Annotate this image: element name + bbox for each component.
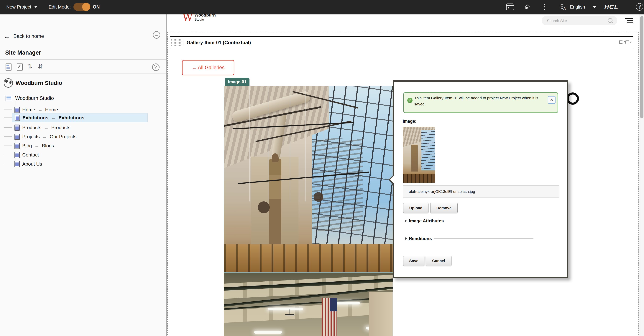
- cancel-button[interactable]: Cancel: [426, 256, 452, 266]
- main-content: W Woodburn Studio Gallery-Item-01 (Conte…: [167, 14, 644, 336]
- image-edit-dialog: ✓ This item Gallery-Item-01 will be adde…: [393, 80, 568, 278]
- project-caret-icon[interactable]: [34, 6, 38, 8]
- content-composer-icon[interactable]: [506, 0, 514, 14]
- site-name: Woodburn Studio: [16, 80, 62, 86]
- page-icon: [14, 143, 20, 149]
- tree-item-label: Exhibitions: [22, 115, 48, 121]
- tree-item-projects[interactable]: Projects ← Our Projects: [12, 132, 76, 141]
- image-element-tag[interactable]: Image-01: [225, 78, 250, 86]
- tree-item-blog[interactable]: Blog ← Blogs: [12, 141, 54, 150]
- home-icon[interactable]: [523, 0, 532, 14]
- page-icon: [15, 115, 20, 121]
- collapsed-triangle-icon: [405, 219, 407, 223]
- site-manager-panel: ← Back to home ← Site Manager ⇅ ⇵ Woodbu…: [0, 14, 167, 336]
- back-to-home-button[interactable]: ← Back to home: [4, 33, 44, 39]
- settings-palette-icon[interactable]: [152, 64, 160, 71]
- tree-item-target: Exhibitions: [58, 115, 84, 121]
- close-message-button[interactable]: ✕: [548, 96, 556, 104]
- site-globe-icon: [4, 78, 13, 88]
- translate-icon[interactable]: xA: [558, 0, 568, 14]
- tree-root-label: Woodburn Studio: [15, 95, 54, 101]
- tree-item-label: About Us: [22, 161, 42, 167]
- gallery-photo-warehouse[interactable]: [224, 273, 393, 336]
- component-display-icon[interactable]: [626, 41, 632, 44]
- new-page-icon[interactable]: [6, 64, 12, 71]
- root-page-icon: [6, 96, 12, 101]
- info-icon[interactable]: i: [635, 0, 644, 14]
- tree-item-label: Blog: [22, 143, 32, 149]
- component-header-divider: [170, 49, 633, 49]
- top-toolbar: New Project Edit Mode: ON xA English HCL…: [0, 0, 644, 14]
- language-selector[interactable]: English: [570, 0, 585, 14]
- tree-item-target: Home: [45, 107, 58, 113]
- section-rule: [446, 221, 531, 221]
- scrollbar-thumb[interactable]: [640, 16, 644, 118]
- image-field-label: Image:: [403, 119, 416, 124]
- home-glyph: [524, 4, 531, 10]
- tree-item-label: Home: [22, 107, 35, 113]
- remove-button[interactable]: Remove: [430, 203, 458, 213]
- back-arrow-icon: ←: [4, 33, 10, 39]
- save-button[interactable]: Save: [403, 256, 424, 266]
- edit-page-icon[interactable]: [17, 64, 23, 71]
- tree-item-exhibitions[interactable]: Exhibitions ← Exhibitions: [12, 113, 148, 122]
- component-top-border: [170, 36, 633, 37]
- more-options-icon[interactable]: [542, 0, 548, 14]
- gallery-photo-industrial-interior[interactable]: [224, 86, 394, 272]
- collapse-panel-icon[interactable]: ←: [153, 31, 160, 39]
- component-drag-handle[interactable]: [171, 39, 183, 46]
- mapping-arrow-icon: ←: [34, 143, 39, 149]
- edit-mode-label: Edit Mode:: [48, 0, 71, 14]
- mapping-arrow-icon: ←: [44, 125, 49, 131]
- page-behind-ring-glyph: [567, 93, 579, 105]
- toggle-knob: [82, 3, 90, 11]
- component-title: Gallery-Item-01 (Contextual): [186, 40, 251, 46]
- expand-tree-icon[interactable]: ⇅: [28, 62, 32, 71]
- search-icon[interactable]: [608, 18, 612, 23]
- tree-item-label: Products: [22, 125, 41, 131]
- divider: [0, 59, 166, 60]
- site-search: [542, 16, 617, 25]
- page-icon: [14, 107, 20, 113]
- project-selector[interactable]: New Project: [6, 0, 31, 14]
- tree-root-node[interactable]: Woodburn Studio: [6, 95, 54, 101]
- image-thumbnail[interactable]: [403, 127, 435, 183]
- tree-item-about-us[interactable]: About Us: [12, 160, 42, 168]
- collapse-tree-icon[interactable]: ⇵: [38, 62, 43, 71]
- site-menu-icon[interactable]: [625, 18, 633, 23]
- page-icon: [14, 134, 20, 140]
- all-galleries-button[interactable]: ← All Galleries: [182, 60, 234, 75]
- edit-mode-toggle[interactable]: [74, 3, 90, 11]
- tree-item-contact[interactable]: Contact: [12, 151, 39, 159]
- filename-field[interactable]: oleh-aleinyk-arjGK13olEI-unsplash.jpg: [403, 185, 560, 198]
- hcl-brand-logo: HCL: [604, 0, 618, 14]
- tree-item-home[interactable]: Home ← Home: [12, 105, 58, 114]
- renditions-label: Renditions: [409, 236, 432, 241]
- tree-item-target: Blogs: [42, 143, 54, 149]
- panel-title: Site Manager: [5, 49, 41, 56]
- mapping-arrow-icon: ←: [38, 107, 42, 113]
- site-manager-toolbar: ⇅ ⇵: [0, 62, 166, 73]
- search-input[interactable]: [546, 16, 603, 26]
- page-icon: [14, 161, 20, 167]
- section-rule: [434, 238, 534, 239]
- upload-button[interactable]: Upload: [403, 203, 428, 213]
- component-menu-icon[interactable]: [619, 41, 626, 44]
- mapping-arrow-icon: ←: [51, 115, 56, 121]
- back-to-home-label: Back to home: [13, 34, 44, 39]
- site-root-header[interactable]: Woodburn Studio: [4, 78, 62, 88]
- language-caret-icon[interactable]: [593, 6, 596, 8]
- image-attributes-section[interactable]: Image Attributes: [405, 218, 531, 223]
- success-message-text: This item Gallery-Item-01 will be added …: [414, 95, 545, 107]
- divider: [0, 74, 166, 74]
- logo-line2: Studio: [194, 18, 216, 21]
- tree-item-products[interactable]: Products ← Products: [12, 123, 70, 132]
- filename-text: oleh-aleinyk-arjGK13olEI-unsplash.jpg: [409, 189, 475, 194]
- vertical-scrollbar[interactable]: [640, 14, 644, 336]
- tree-item-label: Contact: [22, 152, 39, 158]
- panel-frame-icon: [506, 4, 514, 10]
- renditions-section[interactable]: Renditions: [405, 236, 534, 241]
- application-root: New Project Edit Mode: ON xA English HCL…: [0, 0, 644, 336]
- page-icon: [14, 125, 20, 131]
- success-message-box: ✓ This item Gallery-Item-01 will be adde…: [404, 93, 558, 113]
